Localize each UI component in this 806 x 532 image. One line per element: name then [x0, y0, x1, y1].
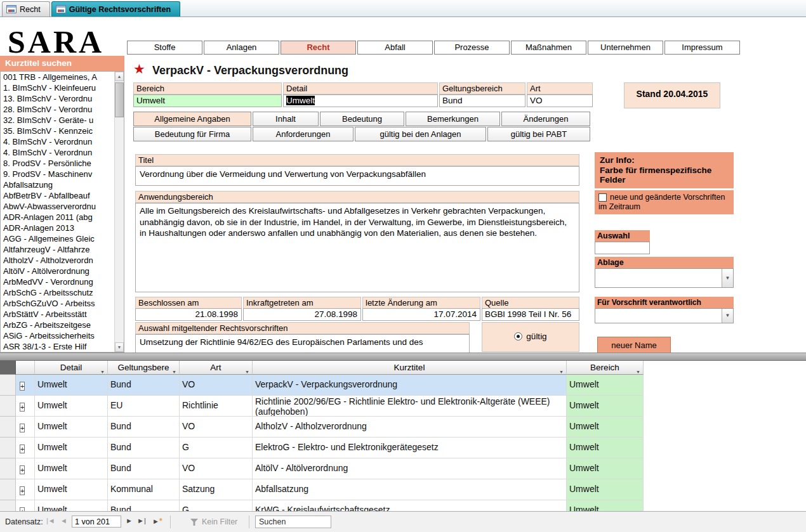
cell-detail[interactable]: Umwelt: [35, 375, 108, 396]
expand-icon[interactable]: +: [20, 424, 25, 432]
cell-kurztitel[interactable]: ElektroG - Elektro- und Elektronikgeräte…: [253, 438, 567, 458]
nav-anlagen[interactable]: Anlagen: [204, 41, 279, 55]
tab-recht[interactable]: Recht: [2, 1, 50, 16]
list-item[interactable]: ArbStättV - Arbeitsstätt: [1, 309, 124, 320]
nav-impressum[interactable]: Impressum: [664, 41, 740, 55]
nav-prozesse[interactable]: Prozesse: [434, 41, 510, 55]
list-item[interactable]: ASiG - Arbeitssicherheits: [1, 330, 124, 341]
mitgeltende-field[interactable]: Umsetzung der Richtlinie 94/62/EG des Eu…: [135, 334, 470, 354]
list-item[interactable]: AbfBetrBV - Abfallbeauf: [1, 190, 124, 201]
filter-status-button[interactable]: Kein Filter: [202, 517, 237, 526]
cell-geltungsbereich[interactable]: Bund: [108, 438, 180, 458]
nav-unternehmen[interactable]: Unternehmen: [588, 41, 663, 55]
list-item[interactable]: 4. BImSchV - Verordnun: [1, 136, 124, 147]
record-selector[interactable]: [0, 479, 16, 500]
filter-dropdown-icon[interactable]: ▼: [245, 365, 249, 379]
tab-gueltige-rechtsvorschriften[interactable]: Gültige Rechtsvorschriften: [51, 1, 180, 16]
verantwortlich-dropdown[interactable]: ▼: [595, 308, 734, 323]
list-item[interactable]: 32. BImSchV - Geräte- u: [1, 115, 124, 126]
cell-bereich[interactable]: Umwelt: [567, 479, 644, 500]
nav-abfall[interactable]: Abfall: [357, 41, 433, 55]
list-item[interactable]: 28. BImSchV - Verordnu: [1, 104, 124, 115]
beschlossen-field[interactable]: 21.08.1998: [135, 308, 242, 321]
neuer-name-button[interactable]: neuer Name: [597, 337, 671, 354]
filter-dropdown-icon[interactable]: ▼: [636, 365, 640, 379]
cell-geltungsbereich[interactable]: Kommunal: [108, 479, 180, 500]
tab-gueltig-bei-pabt[interactable]: gültig bei PABT: [487, 127, 590, 141]
cell-kurztitel[interactable]: AltholzV - Altholzverordnung: [253, 417, 567, 438]
expand-icon[interactable]: +: [20, 382, 25, 391]
new-record-button[interactable]: ►*: [152, 517, 162, 526]
tab-bedeutung-fuer-firma[interactable]: Bedeutung für Firma: [133, 127, 251, 141]
detail-field[interactable]: Umwelt: [283, 94, 438, 107]
list-item[interactable]: 13. BImSchV - Verordnu: [1, 93, 124, 104]
tab-gueltig-bei-den-anlagen[interactable]: gültig bei den Anlagen: [355, 127, 486, 141]
cell-bereich[interactable]: Umwelt: [567, 375, 644, 396]
cell-geltungsbereich[interactable]: Bund: [108, 458, 180, 479]
chevron-down-icon[interactable]: ▼: [722, 269, 733, 287]
inkraftgetreten-field[interactable]: 27.08.1998: [243, 308, 361, 321]
cell-art[interactable]: VO: [180, 375, 253, 396]
expand-icon[interactable]: +: [20, 465, 25, 474]
cell-geltungsbereich[interactable]: Bund: [108, 500, 180, 511]
cell-geltungsbereich[interactable]: EU: [108, 396, 180, 417]
expand-icon[interactable]: +: [20, 403, 25, 412]
filter-dropdown-icon[interactable]: ▼: [172, 365, 176, 379]
cell-art[interactable]: Satzung: [180, 479, 253, 500]
column-header-art[interactable]: Art▼: [180, 361, 253, 375]
list-item[interactable]: ADR-Anlagen 2011 (abg: [1, 212, 124, 223]
anwendungsbereich-field[interactable]: Alle im Geltungsbereich des Kreislaufwir…: [135, 203, 579, 292]
tab-inhalt[interactable]: Inhalt: [253, 112, 319, 126]
list-item[interactable]: AltölV - Altölverordnung: [1, 266, 124, 276]
cell-art[interactable]: G: [180, 500, 253, 511]
cell-bereich[interactable]: Umwelt: [567, 458, 644, 479]
cell-geltungsbereich[interactable]: Bund: [108, 375, 180, 396]
list-item[interactable]: ArbZG - Arbeitszeitgese: [1, 320, 124, 330]
tab-bemerkungen[interactable]: Bemerkungen: [406, 112, 500, 126]
bereich-field[interactable]: Umwelt: [133, 94, 282, 107]
art-field[interactable]: VO: [527, 94, 593, 107]
list-item[interactable]: AbwV-Abwasserverordnu: [1, 201, 124, 212]
select-all-corner[interactable]: [0, 361, 16, 375]
cell-kurztitel[interactable]: KrWG - Kreislaufwirtschaftsgesetz: [253, 500, 567, 511]
cell-bereich[interactable]: Umwelt: [567, 396, 644, 417]
nav-stoffe[interactable]: Stoffe: [127, 41, 202, 55]
scroll-up-icon[interactable]: ▲: [115, 72, 124, 81]
cell-kurztitel[interactable]: Richtlinie 2002/96/EG - Richtlinie Elekt…: [253, 396, 567, 417]
titel-field[interactable]: Verordnung über die Vermeidung und Verwe…: [135, 166, 579, 186]
expand-icon[interactable]: +: [20, 444, 25, 453]
record-selector[interactable]: [0, 375, 16, 396]
chevron-down-icon[interactable]: ▼: [722, 309, 733, 323]
filter-dropdown-icon[interactable]: ▼: [100, 365, 105, 379]
previous-record-button[interactable]: ◄: [60, 517, 67, 524]
cell-bereich[interactable]: Umwelt: [567, 500, 644, 511]
list-item[interactable]: ArbSchGZuVO - Arbeitss: [1, 298, 124, 309]
scroll-thumb[interactable]: [115, 82, 124, 117]
column-header-bereich[interactable]: Bereich▼: [567, 361, 644, 375]
cell-detail[interactable]: Umwelt: [35, 417, 108, 438]
cell-detail[interactable]: Umwelt: [35, 458, 108, 479]
cell-art[interactable]: Richtlinie: [180, 396, 253, 417]
list-item[interactable]: 8. ProdSV - Persönliche: [1, 158, 124, 169]
list-item[interactable]: ADR-Anlagen 2013: [1, 223, 124, 233]
nav-massnahmen[interactable]: Maßnahmen: [511, 41, 586, 55]
tab-bedeutung[interactable]: Bedeutung: [320, 112, 404, 126]
quelle-field[interactable]: BGBl 1998 Teil I Nr. 56: [482, 308, 579, 321]
list-item[interactable]: 35. BImSchV - Kennzeic: [1, 126, 124, 136]
cell-geltungsbereich[interactable]: Bund: [108, 417, 180, 438]
list-item[interactable]: Abfallsatzung: [1, 179, 124, 190]
cell-kurztitel[interactable]: Abfallsatzung: [253, 479, 567, 500]
auswahl-field[interactable]: [595, 242, 650, 254]
cell-art[interactable]: VO: [180, 417, 253, 438]
splitter-bar[interactable]: [0, 353, 806, 361]
geltungsbereich-field[interactable]: Bund: [439, 94, 525, 107]
next-record-button[interactable]: ►: [126, 517, 133, 524]
cell-detail[interactable]: Umwelt: [35, 438, 108, 458]
neue-vorschriften-checkbox[interactable]: [598, 193, 607, 202]
cell-bereich[interactable]: Umwelt: [567, 438, 644, 458]
letzte-aenderung-field[interactable]: 17.07.2014: [362, 308, 480, 321]
cell-art[interactable]: G: [180, 438, 253, 458]
ablage-dropdown[interactable]: ▼: [595, 268, 734, 288]
cell-detail[interactable]: Umwelt: [35, 500, 108, 511]
sidebar-scrollbar[interactable]: ▲ ▼: [114, 72, 124, 352]
